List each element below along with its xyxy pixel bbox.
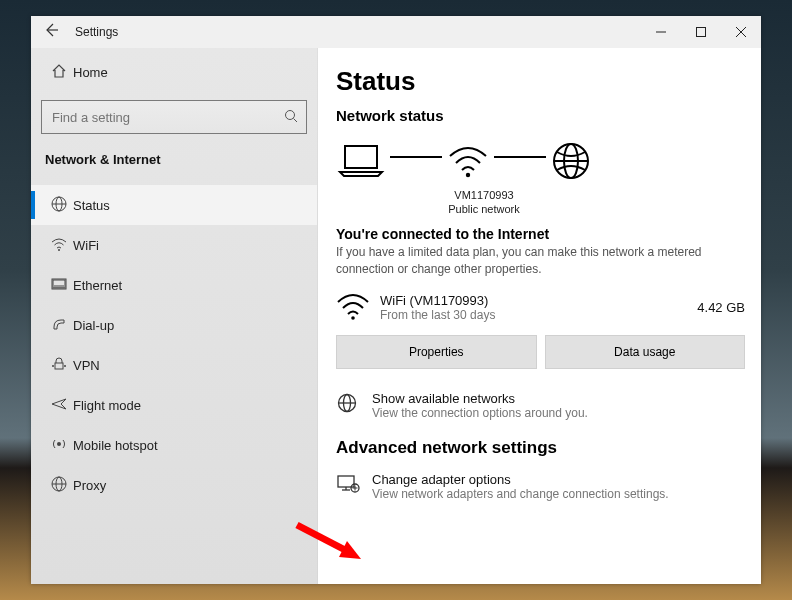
airplane-icon <box>45 395 73 416</box>
section-advanced: Advanced network settings <box>336 438 745 458</box>
ethernet-icon <box>45 275 73 296</box>
network-type: Public network <box>424 202 544 216</box>
connection-sub: From the last 30 days <box>380 308 697 322</box>
svg-line-5 <box>294 118 298 122</box>
svg-rect-17 <box>55 363 63 369</box>
adapter-icon <box>336 472 372 500</box>
sidebar-item-label: Flight mode <box>73 398 141 413</box>
sidebar-item-label: Status <box>73 198 110 213</box>
page-title: Status <box>336 66 745 97</box>
link-title: Show available networks <box>372 391 588 406</box>
link-sub: View network adapters and change connect… <box>372 487 669 501</box>
show-available-networks[interactable]: Show available networks View the connect… <box>336 391 745 420</box>
search-input[interactable] <box>50 109 284 126</box>
main-content: Status Network status <box>318 48 761 584</box>
svg-point-18 <box>52 365 54 367</box>
change-adapter-options[interactable]: Change adapter options View network adap… <box>336 472 745 501</box>
svg-point-20 <box>57 442 61 446</box>
globe-icon <box>550 140 592 182</box>
laptop-icon <box>336 142 386 180</box>
status-icon <box>45 195 73 216</box>
sidebar-item-label: Proxy <box>73 478 106 493</box>
close-button[interactable] <box>721 16 761 48</box>
minimize-button[interactable] <box>641 16 681 48</box>
network-diagram <box>336 140 745 182</box>
sidebar-item-label: VPN <box>73 358 100 373</box>
sidebar-item-label: Ethernet <box>73 278 122 293</box>
sidebar-item-vpn[interactable]: VPN <box>31 345 317 385</box>
sidebar-item-dialup[interactable]: Dial-up <box>31 305 317 345</box>
home-button[interactable]: Home <box>31 52 317 92</box>
hotspot-icon <box>45 435 73 456</box>
titlebar: Settings <box>31 16 761 48</box>
connection-name: WiFi (VM1170993) <box>380 293 697 308</box>
sidebar-item-label: Dial-up <box>73 318 114 333</box>
network-name: VM1170993 <box>424 188 544 202</box>
network-diagram-labels: VM1170993 Public network <box>424 188 544 216</box>
sidebar-item-flightmode[interactable]: Flight mode <box>31 385 317 425</box>
sidebar-item-status[interactable]: Status <box>31 185 317 225</box>
connection-lead: You're connected to the Internet <box>336 226 745 242</box>
wifi-large-icon <box>446 142 490 180</box>
connection-usage: 4.42 GB <box>697 300 745 315</box>
sidebar-item-label: WiFi <box>73 238 99 253</box>
home-label: Home <box>73 65 108 80</box>
dialup-icon <box>45 315 73 336</box>
home-icon <box>45 63 73 82</box>
svg-point-4 <box>286 110 295 119</box>
connection-desc: If you have a limited data plan, you can… <box>336 244 736 278</box>
back-button[interactable] <box>31 22 71 42</box>
sidebar-item-label: Mobile hotspot <box>73 438 158 453</box>
sidebar-nav: Status WiFi Ethernet Dial-up VPN <box>31 185 317 505</box>
settings-window: Settings Home Network & Inte <box>31 16 761 584</box>
sidebar-item-hotspot[interactable]: Mobile hotspot <box>31 425 317 465</box>
sidebar: Home Network & Internet Status <box>31 48 318 584</box>
svg-rect-1 <box>697 28 706 37</box>
properties-button[interactable]: Properties <box>336 335 537 369</box>
search-box[interactable] <box>41 100 307 134</box>
window-title: Settings <box>75 25 118 39</box>
sidebar-item-proxy[interactable]: Proxy <box>31 465 317 505</box>
search-icon <box>284 109 298 126</box>
wifi-icon <box>45 235 73 256</box>
vpn-icon <box>45 355 73 376</box>
globe-small-icon <box>336 391 372 419</box>
data-usage-button[interactable]: Data usage <box>545 335 746 369</box>
svg-point-29 <box>351 316 355 320</box>
svg-point-25 <box>466 173 470 177</box>
section-network-status: Network status <box>336 107 745 124</box>
svg-point-19 <box>64 365 66 367</box>
link-sub: View the connection options around you. <box>372 406 588 420</box>
sidebar-item-ethernet[interactable]: Ethernet <box>31 265 317 305</box>
connection-row: WiFi (VM1170993) From the last 30 days 4… <box>336 292 745 323</box>
link-title: Change adapter options <box>372 472 669 487</box>
maximize-button[interactable] <box>681 16 721 48</box>
wifi-icon <box>336 292 380 323</box>
proxy-icon <box>45 475 73 496</box>
svg-rect-24 <box>345 146 377 168</box>
svg-point-9 <box>58 249 60 251</box>
sidebar-item-wifi[interactable]: WiFi <box>31 225 317 265</box>
sidebar-group-title: Network & Internet <box>45 152 317 167</box>
